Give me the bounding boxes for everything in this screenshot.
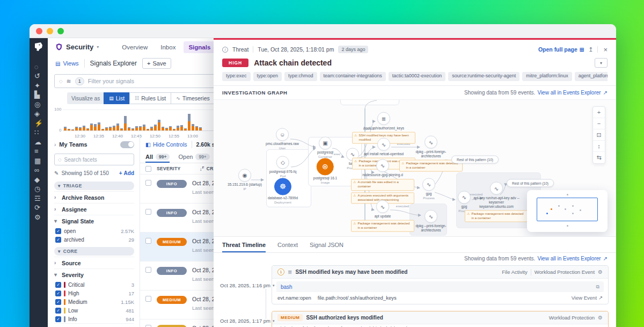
- minimize-window-button[interactable]: [47, 28, 53, 34]
- fit-view-icon[interactable]: ⊡: [593, 129, 605, 141]
- dashboards-icon[interactable]: ▦: [34, 157, 43, 164]
- gear-icon[interactable]: ⚙: [598, 315, 603, 321]
- histogram-bar[interactable]: [147, 129, 149, 130]
- graph-node-apt-key[interactable]: ∿ apt-key run/run-apt-key adv --keyserve…: [465, 182, 528, 222]
- row-checkbox[interactable]: [145, 238, 151, 244]
- histogram-bar[interactable]: [165, 128, 168, 130]
- siem-icon[interactable]: ☲: [34, 195, 43, 202]
- tag-pill[interactable]: tactic:ta0002-execution: [389, 72, 446, 81]
- facet-source[interactable]: ›Source: [54, 257, 134, 268]
- histogram-bar[interactable]: [64, 127, 67, 130]
- facet-search[interactable]: ◌: [54, 154, 134, 165]
- facet-search-input[interactable]: [64, 157, 130, 163]
- tab-signal-json[interactable]: Signal JSON: [310, 237, 343, 252]
- checkbox-checked-icon[interactable]: ✓: [55, 290, 61, 296]
- histogram-bar[interactable]: [109, 127, 112, 130]
- graph-node-ip[interactable]: ◉ 35.151.219.6 (startup) IP: [228, 169, 262, 191]
- histogram-bar[interactable]: [105, 127, 108, 130]
- minimap[interactable]: [527, 190, 608, 232]
- histogram-bar[interactable]: [195, 126, 198, 130]
- facet-assignee[interactable]: ›Assignee: [54, 203, 134, 215]
- tab-threat-timeline[interactable]: Threat Timeline: [222, 237, 266, 252]
- service-management-icon[interactable]: ⚙: [34, 214, 43, 221]
- histogram-bar[interactable]: [139, 126, 142, 130]
- graph-node-deployment[interactable]: ☸ database-v2-7899d Deployment: [268, 178, 298, 204]
- my-teams-toggle-row[interactable]: › My Teams: [54, 139, 134, 150]
- metrics-icon[interactable]: ▙: [34, 91, 43, 98]
- add-facet-button[interactable]: + Add: [119, 170, 134, 176]
- histogram-bar[interactable]: [71, 129, 74, 130]
- tag-pill[interactable]: agent_platform:linux: [575, 72, 608, 81]
- process-link[interactable]: bash: [281, 284, 292, 290]
- row-checkbox[interactable]: [145, 180, 151, 186]
- infrastructure-icon[interactable]: ∷: [34, 129, 43, 136]
- nav-item-signals[interactable]: Signals: [184, 41, 215, 53]
- product-switcher[interactable]: Security ▾: [55, 43, 99, 51]
- history-icon[interactable]: ↺: [34, 72, 43, 79]
- row-checkbox[interactable]: [145, 325, 151, 327]
- graph-node-dpkg-2[interactable]: ∿ dpkg --print-foreign-architectures: [406, 210, 456, 232]
- facet-value-archived[interactable]: ✓archived29: [54, 235, 134, 244]
- synthetics-icon[interactable]: ⟳: [34, 204, 43, 211]
- facet-value-high[interactable]: ✓High17: [54, 289, 134, 297]
- histogram-bar[interactable]: [113, 126, 115, 130]
- my-teams-toggle[interactable]: [120, 141, 134, 148]
- timeline-timestamp[interactable]: Oct 28, 2025, 1:16 pm ▾: [220, 282, 275, 288]
- share-icon[interactable]: ↥: [588, 46, 593, 53]
- open-full-page-button[interactable]: Open full page ⊞: [538, 46, 584, 53]
- histogram-bar[interactable]: [128, 127, 130, 130]
- facet-value-info[interactable]: ✓Info944: [54, 315, 134, 323]
- actions-dropdown-button[interactable]: ▾: [595, 58, 608, 68]
- nav-item-overview[interactable]: Overview: [117, 41, 152, 53]
- view-event-link[interactable]: View Event ↗: [572, 295, 603, 301]
- checkbox-checked-icon[interactable]: ✓: [55, 237, 61, 243]
- monitors-icon[interactable]: ◷: [34, 185, 43, 192]
- histogram-bar[interactable]: [90, 123, 93, 130]
- event-card[interactable]: 1 ≣ SSH modified keys may have been modi…: [272, 265, 609, 304]
- histogram-bar[interactable]: [120, 128, 123, 130]
- facet-signal-state[interactable]: ▾Signal State: [54, 215, 134, 227]
- graph-node-gpg[interactable]: ∿ gpg Process: [422, 178, 435, 200]
- histogram-bar[interactable]: [162, 127, 164, 130]
- filter-count-badge[interactable]: 1: [75, 77, 84, 85]
- facet-severity[interactable]: ▾Severity: [54, 268, 134, 280]
- datadog-logo[interactable]: [33, 41, 44, 54]
- facet-value-critical[interactable]: ✓Critical3: [54, 280, 134, 289]
- histogram-bar[interactable]: [101, 129, 104, 130]
- tag-pill[interactable]: type:chmod: [284, 72, 317, 81]
- timeline-timestamp[interactable]: Oct 28, 2025, 1:17 pm ▾: [220, 318, 275, 324]
- histogram-bar[interactable]: [173, 129, 175, 130]
- close-window-button[interactable]: [36, 28, 42, 34]
- watchdog-icon[interactable]: ◎: [34, 101, 43, 108]
- select-all-checkbox[interactable]: [145, 166, 151, 172]
- graph-node-container[interactable]: ▣ postgresql Container: [317, 136, 333, 158]
- zoom-out-icon[interactable]: −: [593, 118, 605, 129]
- row-checkbox[interactable]: [145, 209, 151, 215]
- tag-pill[interactable]: type:exec: [222, 72, 251, 81]
- collapse-all-icon[interactable]: ⇆: [593, 152, 605, 163]
- tab-context[interactable]: Context: [277, 237, 298, 252]
- tab-all[interactable]: All99+: [145, 150, 170, 163]
- histogram-bar[interactable]: [86, 128, 89, 130]
- facet-value-medium[interactable]: ✓Medium1.15K: [54, 297, 134, 306]
- graph-node-pod[interactable]: ◇ postgresql-976-fq Pod: [269, 156, 297, 178]
- checkbox-checked-icon[interactable]: ✓: [55, 282, 61, 288]
- view-all-events-link[interactable]: View all in Events Explorer: [537, 90, 601, 96]
- tag-pill[interactable]: source:runtime-security-agent: [448, 72, 519, 81]
- checkbox-checked-icon[interactable]: ✓: [55, 316, 61, 322]
- histogram-bar[interactable]: [177, 126, 179, 130]
- graph-node-user[interactable]: ☺ pmc.cloudframes.raw User: [266, 128, 299, 150]
- security-icon[interactable]: ◆: [34, 176, 43, 183]
- bits-ai-icon[interactable]: ✦: [34, 82, 43, 89]
- severity-column-header[interactable]: SEVERITY: [157, 166, 194, 171]
- copy-icon[interactable]: ⧉: [596, 284, 599, 290]
- histogram-bar[interactable]: [154, 125, 157, 130]
- minimap-viewport[interactable]: [537, 198, 598, 221]
- close-icon[interactable]: ×: [603, 46, 608, 54]
- histogram-bar[interactable]: [98, 122, 100, 130]
- histogram-bar[interactable]: [83, 126, 85, 130]
- event-card[interactable]: MEDIUM SSH authorized keys modified Work…: [272, 311, 609, 327]
- visualize-timeseries-button[interactable]: ∿Timeseries: [171, 92, 215, 104]
- facet-archive-reason[interactable]: ›Archive Reason: [54, 191, 134, 203]
- save-button[interactable]: + Save: [142, 58, 171, 69]
